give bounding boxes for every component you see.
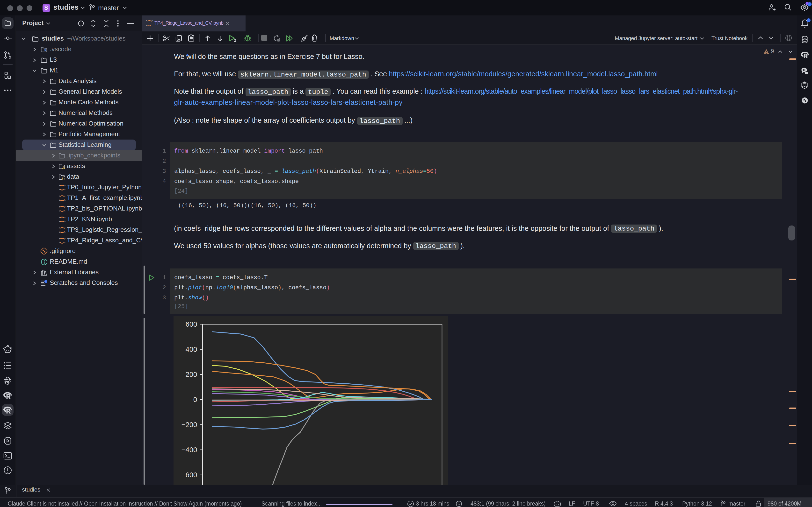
- svg-text:−400: −400: [181, 446, 197, 454]
- svg-text:400: 400: [185, 345, 197, 353]
- svg-text:0: 0: [193, 396, 197, 403]
- svg-text:200: 200: [185, 371, 197, 378]
- svg-text:600: 600: [185, 320, 197, 328]
- svg-text:−600: −600: [181, 471, 197, 479]
- svg-text:−200: −200: [181, 421, 197, 429]
